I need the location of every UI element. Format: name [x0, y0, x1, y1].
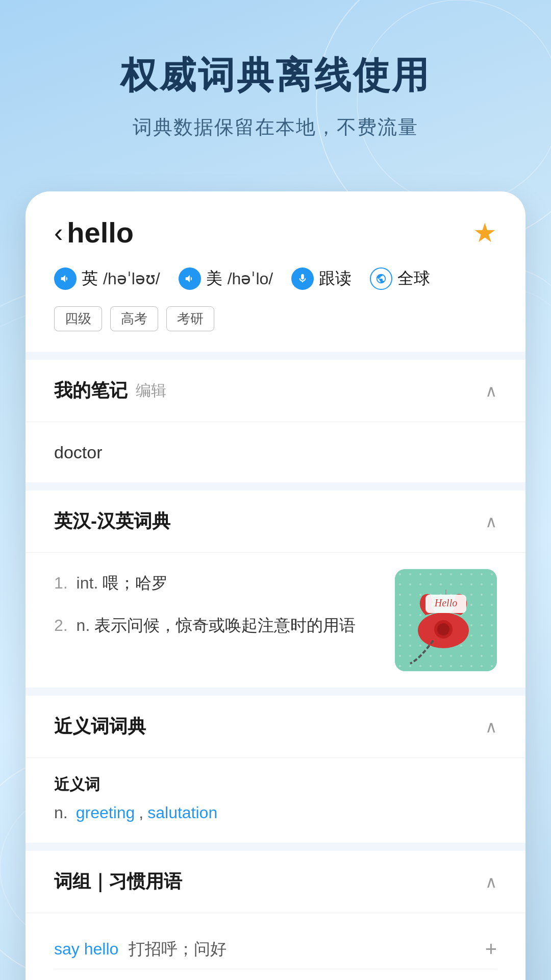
phrase-item-1: say hello 打招呼；问好 + [54, 929, 497, 969]
word-title-row: ‹ hello [54, 216, 134, 249]
synonyms-body: 近义词 n. greeting , salutation [26, 758, 525, 843]
word-display: hello [67, 216, 134, 249]
american-label: 美 [206, 267, 222, 290]
phrase-meaning-2: 大家好 [170, 977, 219, 980]
globe-icon[interactable] [370, 267, 392, 290]
phrases-chevron-icon[interactable]: ∧ [485, 872, 497, 892]
synonyms-chevron-icon[interactable]: ∧ [485, 717, 497, 737]
synonyms-title: 近义词词典 [54, 714, 146, 739]
definition-1: 1. int. 喂；哈罗 [54, 569, 379, 597]
page-subtitle: 词典数据保留在本地，不费流量 [31, 114, 520, 140]
tag-level4: 四级 [54, 306, 102, 331]
def-pos-2: n. [77, 616, 90, 634]
phrases-body: say hello 打招呼；问好 + hello everyone 大家好 [26, 913, 525, 980]
shadowing-button[interactable]: 跟读 [291, 267, 352, 290]
synonym-comma: , [139, 803, 143, 822]
phrases-header: 词组｜习惯用语 ∧ [26, 851, 525, 913]
synonyms-sub-label: 近义词 [54, 774, 497, 795]
def-pos-1: int. [77, 574, 98, 592]
synonym-2[interactable]: salutation [147, 803, 217, 822]
dictionary-chevron-icon[interactable]: ∧ [485, 512, 497, 531]
phrase-item-2: hello everyone 大家好 [54, 969, 497, 980]
british-pronunciation[interactable]: 英 /həˈləʊ/ [54, 267, 160, 290]
def-number-1: 1. [54, 574, 68, 592]
british-phonetic: /həˈləʊ/ [103, 269, 160, 288]
phrase-add-icon-1[interactable]: + [485, 938, 497, 961]
mic-icon[interactable] [291, 267, 314, 290]
dictionary-body: 1. int. 喂；哈罗 2. n. 表示问候，惊奇或唤起注意时的用语 [26, 553, 525, 688]
synonym-1[interactable]: greeting [76, 803, 135, 822]
phrase-word-1[interactable]: say hello [54, 940, 118, 959]
phrases-section: 词组｜习惯用语 ∧ say hello 打招呼；问好 + hello every… [26, 851, 525, 980]
def-number-2: 2. [54, 616, 68, 634]
american-audio-icon[interactable] [179, 267, 201, 290]
american-pronunciation[interactable]: 美 /həˈlo/ [179, 267, 273, 290]
tag-kaoyan: 考研 [166, 306, 214, 331]
notes-body: doctor [26, 422, 525, 482]
favorite-star-icon[interactable]: ★ [473, 217, 497, 248]
notes-content: doctor [54, 443, 103, 462]
notes-edit-button[interactable]: 编辑 [136, 380, 166, 401]
american-phonetic: /həˈlo/ [228, 269, 273, 288]
notes-title: 我的笔记 [54, 378, 128, 403]
british-audio-icon[interactable] [54, 267, 77, 290]
svg-text:Hello: Hello [434, 597, 457, 608]
synonyms-words: n. greeting , salutation [54, 803, 497, 822]
british-label: 英 [82, 267, 98, 290]
synonyms-header: 近义词词典 ∧ [26, 696, 525, 758]
dictionary-image: Hello [395, 569, 497, 671]
notes-chevron-icon[interactable]: ∧ [485, 381, 497, 401]
dictionary-header: 英汉-汉英词典 ∧ [26, 491, 525, 553]
global-button[interactable]: 全球 [370, 267, 430, 290]
word-header: ‹ hello ★ 英 /həˈləʊ/ [26, 191, 525, 352]
back-arrow-icon[interactable]: ‹ [54, 217, 63, 248]
dictionary-card: ‹ hello ★ 英 /həˈləʊ/ [26, 191, 525, 980]
synonym-pos: n. [54, 803, 68, 822]
definitions-list: 1. int. 喂；哈罗 2. n. 表示问候，惊奇或唤起注意时的用语 [54, 569, 379, 653]
page-title: 权威词典离线使用 [31, 51, 520, 100]
exam-tags: 四级 高考 考研 [54, 306, 497, 331]
global-label: 全球 [397, 267, 430, 290]
pronunciation-row: 英 /həˈləʊ/ 美 /həˈlo/ [54, 267, 497, 290]
svg-point-10 [437, 623, 449, 635]
phrases-title: 词组｜习惯用语 [54, 869, 182, 894]
dictionary-section: 英汉-汉英词典 ∧ 1. int. 喂；哈罗 2. n. 表示问候，惊奇或唤起注… [26, 491, 525, 688]
shadowing-label: 跟读 [319, 267, 352, 290]
notes-section: 我的笔记 编辑 ∧ doctor [26, 360, 525, 482]
phrase-meaning-1: 打招呼；问好 [129, 938, 227, 961]
synonyms-section: 近义词词典 ∧ 近义词 n. greeting , salutation [26, 696, 525, 843]
tag-gaokao: 高考 [110, 306, 158, 331]
notes-header: 我的笔记 编辑 ∧ [26, 360, 525, 422]
dictionary-title: 英汉-汉英词典 [54, 509, 170, 534]
definition-2: 2. n. 表示问候，惊奇或唤起注意时的用语 [54, 611, 379, 639]
